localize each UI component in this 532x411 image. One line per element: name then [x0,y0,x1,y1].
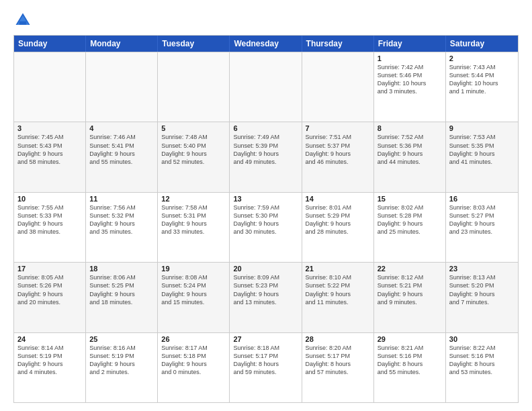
logo-icon [13,11,32,30]
day-info: Sunrise: 8:03 AMSunset: 5:27 PMDaylight:… [449,203,515,236]
day-number: 15 [378,195,442,203]
day-info: Sunrise: 8:02 AMSunset: 5:28 PMDaylight:… [378,203,442,236]
calendar-cell-r1c0: 3Sunrise: 7:45 AMSunset: 5:43 PMDaylight… [14,122,86,191]
calendar-cell-r2c0: 10Sunrise: 7:55 AMSunset: 5:33 PMDayligh… [14,193,86,262]
header-day-thursday: Thursday [302,36,374,52]
calendar-cell-r1c4: 7Sunrise: 7:51 AMSunset: 5:37 PMDaylight… [302,122,374,191]
logo [13,11,35,30]
day-number: 3 [17,124,82,132]
day-number: 7 [306,124,370,132]
day-info: Sunrise: 7:53 AMSunset: 5:35 PMDaylight:… [449,133,515,166]
day-number: 26 [161,335,226,343]
day-number: 2 [449,54,515,62]
calendar-cell-r0c2 [158,52,230,122]
calendar-cell-r3c2: 19Sunrise: 8:08 AMSunset: 5:24 PMDayligh… [158,263,230,332]
header [13,11,519,30]
calendar-cell-r2c6: 16Sunrise: 8:03 AMSunset: 5:27 PMDayligh… [446,193,518,262]
calendar-cell-r1c2: 5Sunrise: 7:48 AMSunset: 5:40 PMDaylight… [158,122,230,191]
header-day-wednesday: Wednesday [230,36,302,52]
calendar-cell-r4c4: 28Sunrise: 8:20 AMSunset: 5:17 PMDayligh… [302,333,374,402]
day-info: Sunrise: 8:13 AMSunset: 5:20 PMDaylight:… [449,273,515,306]
calendar-cell-r0c4 [302,52,374,122]
calendar-cell-r4c2: 26Sunrise: 8:17 AMSunset: 5:18 PMDayligh… [158,333,230,402]
header-day-sunday: Sunday [14,36,86,52]
day-number: 12 [161,195,226,203]
day-number: 1 [378,54,442,62]
calendar-cell-r1c5: 8Sunrise: 7:52 AMSunset: 5:36 PMDaylight… [374,122,446,191]
calendar-cell-r2c1: 11Sunrise: 7:56 AMSunset: 5:32 PMDayligh… [86,193,158,262]
day-info: Sunrise: 7:55 AMSunset: 5:33 PMDaylight:… [17,203,82,236]
day-info: Sunrise: 7:49 AMSunset: 5:39 PMDaylight:… [233,133,298,166]
calendar-cell-r3c1: 18Sunrise: 8:06 AMSunset: 5:25 PMDayligh… [86,263,158,332]
day-info: Sunrise: 8:20 AMSunset: 5:17 PMDaylight:… [306,344,370,377]
calendar-cell-r0c0 [14,52,86,122]
day-info: Sunrise: 7:48 AMSunset: 5:40 PMDaylight:… [161,133,226,166]
calendar-cell-r2c2: 12Sunrise: 7:58 AMSunset: 5:31 PMDayligh… [158,193,230,262]
day-info: Sunrise: 8:14 AMSunset: 5:19 PMDaylight:… [17,344,82,377]
day-info: Sunrise: 7:42 AMSunset: 5:46 PMDaylight:… [378,63,442,96]
calendar-cell-r1c6: 9Sunrise: 7:53 AMSunset: 5:35 PMDaylight… [446,122,518,191]
header-day-friday: Friday [374,36,446,52]
day-number: 4 [89,124,154,132]
day-number: 22 [378,265,442,273]
calendar-cell-r1c3: 6Sunrise: 7:49 AMSunset: 5:39 PMDaylight… [230,122,302,191]
day-number: 9 [449,124,515,132]
calendar-cell-r2c3: 13Sunrise: 7:59 AMSunset: 5:30 PMDayligh… [230,193,302,262]
calendar-cell-r4c0: 24Sunrise: 8:14 AMSunset: 5:19 PMDayligh… [14,333,86,402]
calendar-row-4: 24Sunrise: 8:14 AMSunset: 5:19 PMDayligh… [14,332,518,402]
day-number: 13 [233,195,298,203]
calendar-header: SundayMondayTuesdayWednesdayThursdayFrid… [14,36,518,52]
day-number: 10 [17,195,82,203]
day-number: 25 [89,335,154,343]
calendar-cell-r2c4: 14Sunrise: 8:01 AMSunset: 5:29 PMDayligh… [302,193,374,262]
calendar-cell-r0c6: 2Sunrise: 7:43 AMSunset: 5:44 PMDaylight… [446,52,518,122]
day-number: 23 [449,265,515,273]
calendar-cell-r4c1: 25Sunrise: 8:16 AMSunset: 5:19 PMDayligh… [86,333,158,402]
calendar-cell-r2c5: 15Sunrise: 8:02 AMSunset: 5:28 PMDayligh… [374,193,446,262]
day-info: Sunrise: 8:01 AMSunset: 5:29 PMDaylight:… [306,203,370,236]
day-info: Sunrise: 7:59 AMSunset: 5:30 PMDaylight:… [233,203,298,236]
day-info: Sunrise: 8:12 AMSunset: 5:21 PMDaylight:… [378,273,442,306]
page: SundayMondayTuesdayWednesdayThursdayFrid… [0,0,532,411]
svg-rect-2 [19,21,27,25]
calendar-cell-r1c1: 4Sunrise: 7:46 AMSunset: 5:41 PMDaylight… [86,122,158,191]
day-number: 16 [449,195,515,203]
day-info: Sunrise: 8:22 AMSunset: 5:16 PMDaylight:… [449,344,515,377]
day-info: Sunrise: 7:58 AMSunset: 5:31 PMDaylight:… [161,203,226,236]
calendar-row-2: 10Sunrise: 7:55 AMSunset: 5:33 PMDayligh… [14,192,518,262]
calendar-body: 1Sunrise: 7:42 AMSunset: 5:46 PMDaylight… [14,52,518,402]
day-number: 19 [161,265,226,273]
day-number: 8 [378,124,442,132]
calendar-cell-r3c4: 21Sunrise: 8:10 AMSunset: 5:22 PMDayligh… [302,263,374,332]
day-number: 14 [306,195,370,203]
calendar-cell-r3c5: 22Sunrise: 8:12 AMSunset: 5:21 PMDayligh… [374,263,446,332]
day-number: 28 [306,335,370,343]
day-number: 24 [17,335,82,343]
day-number: 17 [17,265,82,273]
calendar-cell-r0c3 [230,52,302,122]
day-number: 6 [233,124,298,132]
day-info: Sunrise: 8:16 AMSunset: 5:19 PMDaylight:… [89,344,154,377]
day-number: 30 [449,335,515,343]
calendar-row-0: 1Sunrise: 7:42 AMSunset: 5:46 PMDaylight… [14,52,518,122]
day-info: Sunrise: 7:51 AMSunset: 5:37 PMDaylight:… [306,133,370,166]
day-info: Sunrise: 7:46 AMSunset: 5:41 PMDaylight:… [89,133,154,166]
day-number: 5 [161,124,226,132]
calendar-cell-r3c6: 23Sunrise: 8:13 AMSunset: 5:20 PMDayligh… [446,263,518,332]
calendar-cell-r0c5: 1Sunrise: 7:42 AMSunset: 5:46 PMDaylight… [374,52,446,122]
day-info: Sunrise: 8:08 AMSunset: 5:24 PMDaylight:… [161,273,226,306]
day-info: Sunrise: 8:09 AMSunset: 5:23 PMDaylight:… [233,273,298,306]
day-number: 11 [89,195,154,203]
day-info: Sunrise: 7:52 AMSunset: 5:36 PMDaylight:… [378,133,442,166]
day-info: Sunrise: 8:05 AMSunset: 5:26 PMDaylight:… [17,273,82,306]
calendar-cell-r4c5: 29Sunrise: 8:21 AMSunset: 5:16 PMDayligh… [374,333,446,402]
day-info: Sunrise: 8:21 AMSunset: 5:16 PMDaylight:… [378,344,442,377]
header-day-monday: Monday [86,36,158,52]
day-number: 18 [89,265,154,273]
day-number: 27 [233,335,298,343]
calendar-cell-r3c3: 20Sunrise: 8:09 AMSunset: 5:23 PMDayligh… [230,263,302,332]
header-day-tuesday: Tuesday [158,36,230,52]
day-number: 20 [233,265,298,273]
day-info: Sunrise: 7:56 AMSunset: 5:32 PMDaylight:… [89,203,154,236]
day-info: Sunrise: 7:45 AMSunset: 5:43 PMDaylight:… [17,133,82,166]
